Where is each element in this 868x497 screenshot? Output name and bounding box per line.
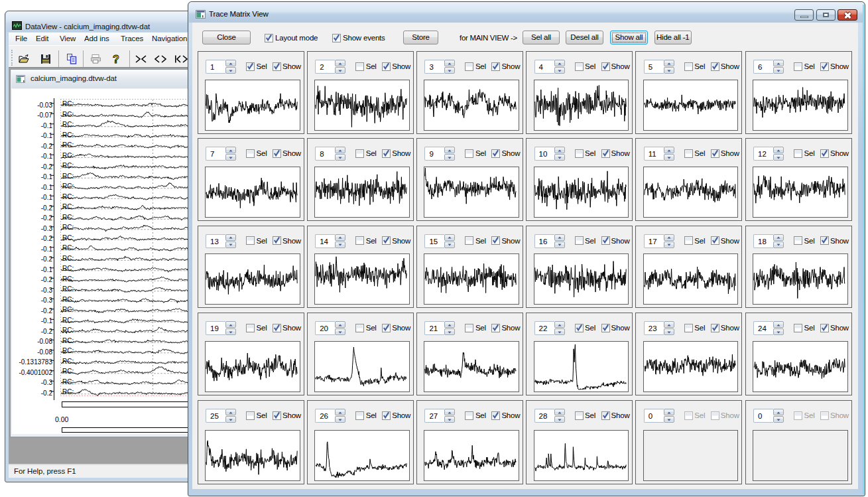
svg-text:RC:: RC: xyxy=(62,214,74,221)
svg-text:RC:: RC: xyxy=(62,224,74,231)
svg-text:RC:: RC: xyxy=(62,100,74,107)
svg-text:-0.3: -0.3 xyxy=(41,379,53,386)
svg-text:-0.1: -0.1 xyxy=(41,246,53,253)
svg-text:-0.1: -0.1 xyxy=(41,317,53,324)
svg-text:-0.2: -0.2 xyxy=(41,328,53,335)
svg-text:RC:: RC: xyxy=(62,203,74,210)
svg-text:RC:: RC: xyxy=(62,255,74,262)
svg-text:-0.1: -0.1 xyxy=(41,184,53,191)
svg-text:RC:: RC: xyxy=(62,162,74,169)
svg-text:RC:: RC: xyxy=(62,265,74,272)
svg-text:RC:: RC: xyxy=(62,358,74,365)
svg-text:-0.4001002: -0.4001002 xyxy=(19,369,52,376)
svg-text:-0.2: -0.2 xyxy=(41,307,53,315)
svg-text:-0.2: -0.2 xyxy=(41,143,53,150)
svg-text:RC:: RC: xyxy=(62,234,74,242)
svg-text:RC:: RC: xyxy=(62,141,74,149)
svg-text:RC:: RC: xyxy=(62,368,74,375)
svg-text:RC:: RC: xyxy=(62,182,74,190)
svg-text:RC:: RC: xyxy=(62,275,74,283)
svg-text:RC:: RC: xyxy=(62,152,74,159)
svg-text:-0.2: -0.2 xyxy=(41,235,53,242)
svg-text:?: ? xyxy=(113,54,119,64)
svg-text:-0.1: -0.1 xyxy=(41,266,53,273)
svg-text:-0.1: -0.1 xyxy=(41,132,53,139)
svg-text:RC:: RC: xyxy=(62,347,74,354)
svg-text:RC:: RC: xyxy=(62,173,74,180)
svg-text:RC:: RC: xyxy=(62,285,74,293)
svg-text:-0.3: -0.3 xyxy=(41,225,53,232)
svg-text:-0.3: -0.3 xyxy=(41,287,53,294)
svg-text:-0.3: -0.3 xyxy=(41,297,53,304)
svg-text:RC:: RC: xyxy=(62,296,74,303)
svg-text:RC:: RC: xyxy=(62,326,74,334)
svg-text:-0.2: -0.2 xyxy=(41,255,53,263)
svg-text:-0.2: -0.2 xyxy=(41,214,53,222)
svg-text:-0.2: -0.2 xyxy=(41,163,53,171)
svg-text:-0.2: -0.2 xyxy=(41,390,53,397)
svg-text:RC:: RC: xyxy=(62,317,74,324)
svg-text:0.00: 0.00 xyxy=(55,415,69,423)
svg-text:RC:: RC: xyxy=(62,306,74,313)
svg-text:RC:: RC: xyxy=(62,193,74,200)
svg-text:-0.1: -0.1 xyxy=(41,153,53,160)
svg-text:-0.1: -0.1 xyxy=(41,122,53,129)
svg-text:-0.08: -0.08 xyxy=(37,338,52,345)
svg-text:RC:: RC: xyxy=(62,121,74,128)
svg-text:-0.2: -0.2 xyxy=(41,276,53,283)
svg-text:RC:: RC: xyxy=(62,111,74,118)
svg-text:RC:: RC: xyxy=(62,244,74,251)
svg-text:RC:: RC: xyxy=(62,378,74,386)
svg-text:-0.08: -0.08 xyxy=(37,348,52,356)
svg-text:-0.1313783: -0.1313783 xyxy=(19,358,52,366)
svg-text:RC:: RC: xyxy=(62,337,74,344)
svg-text:-0.07: -0.07 xyxy=(37,111,52,119)
svg-text:-0.1: -0.1 xyxy=(41,173,53,180)
svg-text:RC:: RC: xyxy=(62,131,74,139)
svg-text:-0.1: -0.1 xyxy=(41,194,53,201)
svg-text:-0.2: -0.2 xyxy=(41,204,53,212)
svg-text:-0.03: -0.03 xyxy=(37,102,52,109)
svg-text:RC:: RC: xyxy=(62,388,74,395)
